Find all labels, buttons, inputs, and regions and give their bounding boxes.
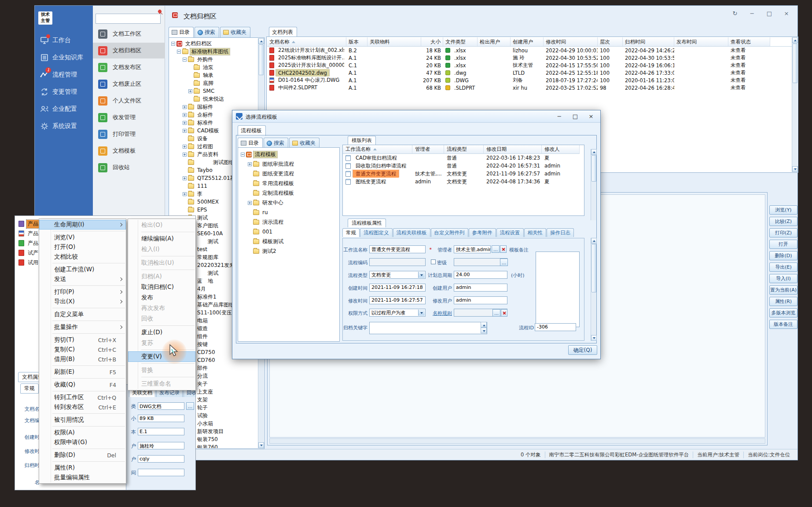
action-button[interactable]: 版本备注 (769, 320, 797, 329)
tree-tab[interactable]: 搜索 (264, 138, 288, 148)
tree-node[interactable]: 悦来悦达 (169, 95, 258, 103)
window-control-button[interactable]: □ (764, 9, 775, 18)
menu-item[interactable]: 权限(A) (39, 428, 126, 438)
tree-node[interactable]: 图纸审批流程 (238, 159, 339, 169)
table-row[interactable]: CHC22042502.dwg A.1 47 KB .dwg LTLD 2022… (267, 69, 792, 77)
expand-toggle-icon[interactable] (248, 201, 252, 205)
expand-toggle-icon[interactable] (188, 89, 192, 93)
menu-item[interactable] (52, 231, 125, 231)
workspace-item[interactable]: 文档工作区 (93, 26, 165, 42)
template-note-textarea[interactable] (536, 252, 580, 327)
menu-item[interactable]: 批量编辑属性 (39, 473, 126, 482)
create-user-input[interactable]: admin (454, 284, 507, 292)
menu-item[interactable]: 继续编辑(A) (128, 233, 195, 244)
property-tab[interactable]: 流程图定义 (360, 228, 393, 237)
field-input[interactable]: 89 KB (138, 415, 184, 422)
column-header[interactable]: 修改人 (542, 145, 580, 154)
scroll-up-icon[interactable] (591, 149, 597, 155)
menu-item[interactable]: 替换 (128, 365, 195, 376)
menu-item[interactable]: 剪切(T) Ctrl+X (39, 335, 126, 345)
tab-workflow-template[interactable]: 流程模板 (238, 125, 266, 136)
column-header[interactable]: 管理者 (412, 145, 444, 154)
column-header[interactable]: 查看状态 (728, 37, 770, 46)
tree-node[interactable]: 演示流程 (238, 217, 339, 227)
expand-toggle-icon[interactable] (183, 105, 187, 109)
menu-item[interactable]: 浏览(V) (39, 233, 126, 242)
tree-node[interactable]: 模板测试 (238, 237, 339, 246)
property-tab[interactable]: 流程设置 (496, 228, 524, 237)
table-row[interactable]: D01-0164 中心滚刀.DWG A.1 207 KB .DWG 刘备 201… (267, 77, 792, 84)
more-button[interactable] (492, 245, 500, 253)
property-tab[interactable]: 流程关联模板 (393, 228, 430, 237)
column-header[interactable]: 创建用户 (511, 37, 544, 46)
scroll-down-icon[interactable] (591, 335, 597, 341)
action-button[interactable]: 属性(R) (769, 297, 797, 306)
tree-tab[interactable]: 收藏夹 (289, 138, 320, 148)
scroll-thumb[interactable] (592, 244, 596, 292)
tree-tab[interactable]: 收藏夹 (220, 27, 250, 37)
archive-keyword-input[interactable] (369, 322, 487, 334)
field-input[interactable] (138, 469, 184, 476)
column-header[interactable]: 关联物料 (367, 37, 421, 46)
menu-item[interactable] (52, 391, 125, 391)
menu-item[interactable]: 转到工作区 Ctrl+Q (39, 393, 126, 402)
workspace-item[interactable]: 文档发布区 (93, 59, 165, 75)
tree-node[interactable]: 常用流程模板 (238, 179, 339, 188)
workspace-item[interactable]: 文档废止区 (93, 76, 165, 92)
menu-item[interactable]: 刷新(E) F5 (39, 367, 126, 377)
tree-node[interactable]: 轴承 (169, 71, 258, 79)
menu-item[interactable]: 回收 (128, 314, 195, 324)
tree-node[interactable]: SMC (169, 87, 258, 95)
sidebar-item-change[interactable]: 变更管理 (35, 85, 93, 98)
table-row[interactable]: 普通文件变更流程 技术主管,... 文档变更 2021-11-09 16:27:… (343, 170, 584, 178)
action-button[interactable]: 打开 (769, 240, 797, 249)
menu-item[interactable]: 收藏(Q) F4 (39, 380, 126, 390)
dialog-form-scrollbar[interactable] (591, 238, 596, 341)
table-row[interactable]: 中间件2.SLDPRT A.1 68 KB .SLDPRT xir hu 202… (267, 84, 792, 91)
action-button[interactable]: 置为当前(A) (769, 285, 797, 295)
sidebar-item-settings[interactable]: 系统设置 (35, 120, 93, 133)
expand-toggle-icon[interactable] (183, 192, 187, 196)
column-header[interactable]: 流程类型 (444, 145, 484, 154)
window-control-button[interactable]: ↻ (729, 9, 741, 18)
column-header[interactable]: 发布时间 (674, 37, 728, 46)
file-list-item[interactable]: 试用 (18, 258, 40, 267)
menu-item[interactable]: 复制(C) Ctrl+C (39, 345, 126, 354)
field-input[interactable]: E.1 (138, 428, 184, 435)
expand-toggle-icon[interactable] (177, 50, 181, 54)
scroll-thumb[interactable] (592, 155, 596, 182)
menu-item[interactable]: 导出(X) (39, 297, 126, 306)
sidebar-item-knowledge[interactable]: 企业知识库 (35, 51, 93, 64)
table-row[interactable]: 2025设计开发计划表_000001... C.1 20 KB .xlsx 技术… (267, 62, 792, 69)
property-tab[interactable]: 参考附件 (469, 228, 496, 237)
column-header[interactable]: 大小 (421, 37, 443, 46)
workspace-item[interactable]: 个人文件区 (93, 93, 165, 109)
menu-item[interactable] (52, 285, 125, 286)
pin-icon[interactable] (157, 9, 162, 14)
tree-node[interactable]: 定制流程模板 (238, 188, 339, 198)
window-control-button[interactable]: − (746, 9, 758, 18)
tree-node[interactable]: 底脚 (169, 79, 258, 87)
dialog-control-button[interactable]: × (584, 112, 598, 121)
preview-hscrollbar[interactable] (269, 438, 765, 444)
menu-item[interactable]: 废止(D) (128, 327, 195, 338)
menu-item[interactable]: 文档比较 (39, 252, 126, 262)
expand-toggle-icon[interactable] (183, 145, 187, 149)
column-header[interactable]: 归档时间 (623, 37, 674, 46)
expand-toggle-icon[interactable] (183, 58, 187, 62)
column-header[interactable]: 修改日期 (484, 145, 542, 154)
workflow-type-select[interactable]: 文档变更 (369, 271, 426, 279)
spin-up-icon[interactable] (481, 322, 487, 328)
tree-node[interactable]: 文档归档区 (169, 40, 258, 47)
tab-template-list[interactable]: 模版列表 (348, 136, 376, 145)
property-tab[interactable]: 操作日志 (547, 228, 574, 237)
menu-item[interactable]: 打印(P) (39, 287, 126, 297)
dialog-control-button[interactable]: − (553, 112, 566, 121)
expand-toggle-icon[interactable] (248, 162, 252, 166)
tree-node[interactable]: 流程模板 (238, 150, 339, 159)
secret-level-input[interactable] (454, 258, 507, 266)
sidebar-item-workflow[interactable]: 1 流程管理 (35, 68, 93, 81)
tab-document-list[interactable]: 文档列表 (269, 27, 297, 37)
scroll-down-icon[interactable] (258, 442, 264, 448)
plan-cycle-input[interactable]: 24.00 (454, 271, 507, 279)
